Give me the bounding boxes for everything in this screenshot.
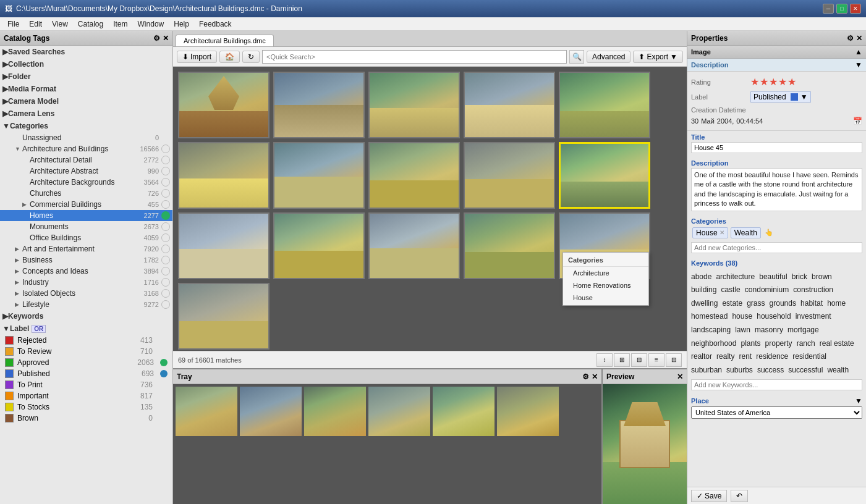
prop-settings-icon[interactable]: ⚙ — [847, 34, 854, 43]
advanced-button[interactable]: Advanced — [587, 51, 630, 63]
image-thumb[interactable] — [464, 142, 555, 209]
sidebar-item-media-format[interactable]: ▶ Media Format — [0, 83, 172, 95]
tray-thumb[interactable] — [304, 387, 366, 436]
category-unassigned[interactable]: Unassigned 0 — [0, 132, 172, 143]
tray-thumb[interactable] — [240, 387, 302, 436]
sidebar-item-keywords[interactable]: ▶ Keywords — [0, 310, 172, 322]
sidebar-item-folder[interactable]: ▶ Folder — [0, 70, 172, 83]
minimize-button[interactable]: ─ — [823, 4, 834, 14]
sidebar-item-camera-model[interactable]: ▶ Camera Model — [0, 95, 172, 107]
menu-feedback[interactable]: Feedback — [194, 19, 237, 30]
menu-file[interactable]: File — [2, 19, 24, 30]
category-office-buildings[interactable]: Office Buildings 4059 — [0, 232, 172, 243]
menu-help[interactable]: Help — [169, 19, 194, 30]
category-isolated-objects[interactable]: ▶ Isolated Objects 3168 — [0, 288, 172, 299]
label-rejected[interactable]: Rejected 413 — [0, 335, 172, 346]
undo-button[interactable]: ↶ — [731, 490, 748, 502]
sidebar-item-categories[interactable]: ▼ Categories — [0, 120, 172, 132]
save-button[interactable]: ✓ Save — [691, 490, 727, 502]
place-expand-icon[interactable]: ▼ — [855, 397, 862, 405]
label-to-stocks[interactable]: To Stocks 135 — [0, 401, 172, 413]
category-churches[interactable]: Churches 726 — [0, 188, 172, 199]
image-thumb[interactable] — [368, 212, 460, 279]
category-industry[interactable]: ▶ Industry 1716 — [0, 277, 172, 288]
image-thumb[interactable] — [464, 72, 555, 138]
tray-thumb[interactable] — [176, 387, 237, 436]
label-dropdown-icon[interactable]: ▼ — [800, 93, 808, 101]
sidebar-item-saved-searches[interactable]: ▶ Saved Searches — [0, 46, 172, 58]
import-button[interactable]: ⬇ Import — [177, 51, 217, 63]
category-concepts-ideas[interactable]: ▶ Concepts and Ideas 3894 — [0, 266, 172, 277]
prop-close-icon[interactable]: ✕ — [856, 34, 862, 43]
menu-edit[interactable]: Edit — [24, 19, 47, 30]
category-lifestyle[interactable]: ▶ Lifestyle 9272 — [0, 299, 172, 310]
category-homes[interactable]: Homes 2277 — [0, 210, 172, 221]
sidebar-item-label[interactable]: ▼ Label OR — [0, 322, 172, 335]
label-to-review[interactable]: To Review 710 — [0, 346, 172, 357]
category-arch-backgrounds[interactable]: Architecture Backgrounds 3564 — [0, 177, 172, 188]
image-thumb[interactable] — [273, 142, 365, 209]
category-commercial-buildings[interactable]: ▶ Commercial Buildings 455 — [0, 199, 172, 210]
search-button[interactable]: 🔍 — [569, 50, 584, 64]
description-text[interactable]: One of the most beautiful house I have s… — [691, 168, 862, 211]
close-panel-icon[interactable]: ✕ — [163, 34, 169, 43]
label-to-print[interactable]: To Print 736 — [0, 379, 172, 390]
add-keywords-input[interactable] — [691, 379, 862, 390]
menu-view[interactable]: View — [47, 19, 73, 30]
sort-button[interactable]: ↕ — [596, 353, 613, 367]
image-thumb-selected[interactable] — [559, 142, 650, 209]
settings-icon[interactable]: ⚙ — [153, 34, 160, 43]
label-brown[interactable]: Brown 0 — [0, 413, 172, 424]
image-thumb[interactable] — [178, 212, 270, 279]
add-categories-input[interactable] — [691, 242, 862, 253]
category-monuments[interactable]: Monuments 2673 — [0, 221, 172, 232]
tray-thumb[interactable] — [497, 387, 559, 436]
sidebar-item-camera-lens[interactable]: ▶ Camera Lens — [0, 107, 172, 120]
context-menu-item-architecture[interactable]: Architecture — [563, 267, 648, 279]
prop-scroll[interactable]: Image ▲ Description ▼ Rating ★★★★★ Label — [687, 46, 866, 487]
home-button[interactable]: 🏠 — [219, 51, 240, 63]
search-input[interactable] — [262, 50, 567, 64]
rating-stars[interactable]: ★★★★★ — [750, 76, 797, 88]
export-button[interactable]: ⬆ Export ▼ — [633, 51, 683, 63]
view-list-button[interactable]: ≡ — [648, 353, 664, 367]
image-thumb[interactable] — [273, 72, 365, 138]
title-input[interactable] — [691, 142, 862, 153]
image-thumb[interactable] — [273, 212, 365, 279]
image-thumb[interactable] — [178, 142, 270, 209]
label-approved[interactable]: Approved 2063 — [0, 357, 172, 368]
image-thumb[interactable] — [368, 142, 460, 209]
category-arch-detail[interactable]: Architectural Detail 2772 — [0, 154, 172, 166]
image-thumb[interactable] — [464, 212, 555, 279]
label-published[interactable]: Published 693 — [0, 368, 172, 379]
close-button[interactable]: ✕ — [850, 4, 861, 14]
description-section-header[interactable]: Description ▼ — [687, 59, 866, 72]
refresh-button[interactable]: ↻ — [242, 51, 260, 63]
menu-catalog[interactable]: Catalog — [73, 19, 108, 30]
category-business[interactable]: ▶ Business 1782 — [0, 254, 172, 266]
category-arch-abstract[interactable]: Architecture Abstract 990 — [0, 166, 172, 177]
view-grid-large-button[interactable]: ⊟ — [631, 353, 647, 367]
place-select[interactable]: United States of America — [691, 406, 862, 419]
tray-settings-icon[interactable]: ⚙ — [582, 372, 589, 381]
maximize-button[interactable]: □ — [836, 4, 847, 14]
tray-thumb[interactable] — [433, 387, 495, 436]
menu-item[interactable]: Item — [108, 19, 132, 30]
calendar-icon[interactable]: 📅 — [853, 117, 862, 125]
title-bar-controls[interactable]: ─ □ ✕ — [823, 4, 861, 14]
label-important[interactable]: Important 817 — [0, 390, 172, 401]
category-art-entertainment[interactable]: ▶ Art and Entertainment 7920 — [0, 243, 172, 254]
view-grid-button[interactable]: ⊞ — [614, 353, 630, 367]
expand-icon[interactable]: ▲ — [855, 48, 862, 56]
image-thumb[interactable] — [368, 72, 460, 138]
catalog-tags-scroll[interactable]: ▶ Saved Searches ▶ Collection ▶ Folder ▶… — [0, 46, 172, 504]
category-arch-buildings[interactable]: ▼ Architecture and Buildings 16566 — [0, 143, 172, 154]
context-menu-item-house[interactable]: House — [563, 292, 648, 304]
tab-main[interactable]: Architectural Buildings.dmc — [176, 35, 274, 46]
remove-tag-house[interactable]: ✕ — [720, 229, 724, 236]
sidebar-item-collection[interactable]: ▶ Collection — [0, 58, 172, 70]
view-filmstrip-button[interactable]: ⊟ — [666, 353, 682, 367]
image-thumb[interactable] — [178, 283, 270, 350]
image-thumb[interactable] — [559, 72, 650, 138]
image-grid-container[interactable]: Categories Architecture Home Renovations… — [173, 67, 687, 351]
